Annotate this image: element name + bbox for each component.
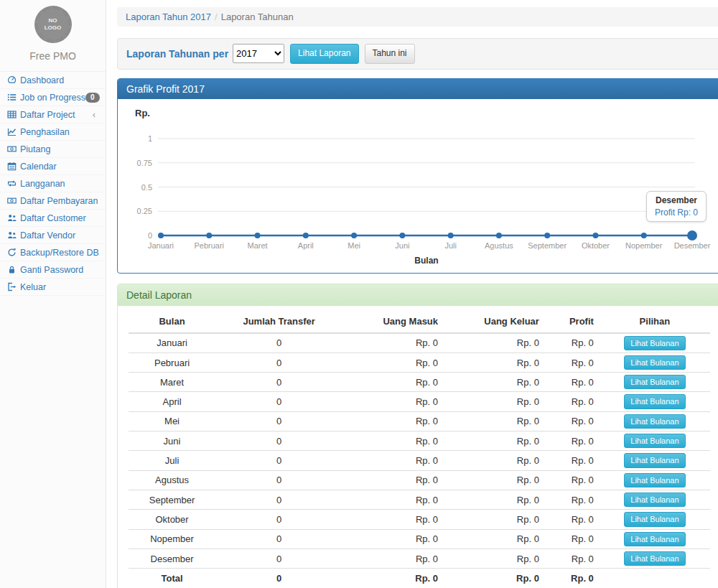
app-window: NO LOGO Free PMO DashboardJob on Progres…	[0, 0, 718, 588]
no-logo-placeholder: NO LOGO	[34, 6, 72, 43]
breadcrumb-link[interactable]: Laporan Tahun 2017	[126, 11, 211, 22]
cell-pilihan: Lihat Bulanan	[600, 490, 710, 509]
sidebar-item-label: Keluar	[20, 282, 46, 292]
sidebar-item-ganti-password[interactable]: Ganti Password	[0, 261, 106, 279]
cell-jumlah_transfer: 0	[215, 490, 342, 509]
cell-uang_masuk: Rp. 0	[342, 353, 444, 372]
sidebar-item-daftar-vendor[interactable]: Daftar Vendor	[0, 227, 106, 244]
chart-body: Rp.00.250.50.751JanuariPebruariMaretApri…	[118, 99, 718, 273]
view-monthly-button-juni[interactable]: Lihat Bulanan	[624, 434, 685, 448]
table-row-september: September0Rp. 0Rp. 0Rp. 0Lihat Bulanan	[129, 490, 710, 509]
table-row-agustus: Agustus0Rp. 0Rp. 0Rp. 0Lihat Bulanan	[129, 470, 710, 490]
sidebar-item-penghasilan[interactable]: Penghasilan	[0, 123, 106, 141]
this-year-button[interactable]: Tahun ini	[365, 44, 415, 64]
sidebar-item-calendar[interactable]: Calendar	[0, 158, 106, 175]
cell-uang_keluar: Rp. 0	[444, 569, 545, 587]
cell-profit: Rp. 0	[545, 353, 600, 372]
cell-uang_keluar: Rp. 0	[444, 529, 545, 549]
cell-pilihan: Lihat Bulanan	[600, 451, 710, 470]
cell-jumlah_transfer: 0	[215, 373, 342, 392]
cell-uang_keluar: Rp. 0	[444, 431, 545, 451]
sidebar-item-label: Daftar Pembayaran	[20, 196, 98, 206]
count-badge: 0	[85, 93, 100, 103]
table-row-maret: Maret0Rp. 0Rp. 0Rp. 0Lihat Bulanan	[129, 373, 710, 392]
cell-profit: Rp. 0	[545, 392, 600, 411]
table-row-januari: Januari0Rp. 0Rp. 0Rp. 0Lihat Bulanan	[129, 333, 710, 353]
cell-profit: Rp. 0	[545, 569, 600, 587]
view-monthly-button-oktober[interactable]: Lihat Bulanan	[624, 512, 685, 526]
svg-text:Oktober: Oktober	[582, 241, 610, 250]
view-report-button[interactable]: Lihat Laporan	[290, 44, 358, 64]
cell-profit: Rp. 0	[545, 529, 600, 549]
cell-uang_masuk: Rp. 0	[342, 490, 444, 509]
sidebar-item-langganan[interactable]: Langganan	[0, 175, 106, 192]
cell-bulan: Desember	[129, 549, 215, 568]
cell-pilihan: Lihat Bulanan	[600, 549, 710, 568]
table-row-juni: Juni0Rp. 0Rp. 0Rp. 0Lihat Bulanan	[129, 431, 710, 451]
logo-line2: LOGO	[45, 24, 62, 32]
table-row-oktober: Oktober0Rp. 0Rp. 0Rp. 0Lihat Bulanan	[129, 510, 710, 529]
view-monthly-button-nopember[interactable]: Lihat Bulanan	[624, 532, 685, 546]
sidebar-item-daftar-project[interactable]: Daftar Project‹	[0, 106, 106, 123]
users-icon	[6, 213, 17, 223]
sidebar-item-backup-restore-db[interactable]: Backup/Restore DB	[0, 244, 106, 261]
sidebar-item-label: Penghasilan	[20, 127, 70, 137]
svg-text:0.75: 0.75	[137, 158, 152, 167]
tooltip-month: Desember	[655, 195, 698, 205]
breadcrumb-current: Laporan Tahunan	[221, 11, 294, 22]
table-row-mei: Mei0Rp. 0Rp. 0Rp. 0Lihat Bulanan	[129, 411, 710, 431]
view-monthly-button-juli[interactable]: Lihat Bulanan	[624, 453, 685, 467]
cell-profit: Rp. 0	[545, 549, 600, 568]
sidebar-item-daftar-pembayaran[interactable]: Daftar Pembayaran	[0, 192, 106, 210]
view-monthly-button-september[interactable]: Lihat Bulanan	[624, 493, 685, 507]
cell-bulan: Nopember	[129, 529, 215, 549]
year-select[interactable]: 2017	[233, 44, 284, 63]
detail-table: BulanJumlah TransferUang MasukUang Kelua…	[129, 310, 710, 587]
view-monthly-button-agustus[interactable]: Lihat Bulanan	[624, 473, 685, 487]
refresh-icon	[6, 248, 17, 257]
table-row-desember: Desember0Rp. 0Rp. 0Rp. 0Lihat Bulanan	[129, 549, 710, 568]
year-filter-bar: Laporan Tahunan per 2017 Lihat Laporan T…	[117, 38, 718, 70]
cell-uang_masuk: Rp. 0	[342, 451, 444, 470]
table-row-juli: Juli0Rp. 0Rp. 0Rp. 0Lihat Bulanan	[129, 451, 710, 470]
cell-uang_masuk: Rp. 0	[342, 569, 444, 587]
profit-chart-panel: Grafik Profit 2017 Rp.00.250.50.751Janua…	[117, 78, 718, 274]
detail-panel-title: Detail Laporan	[118, 284, 718, 306]
chevron-left-icon: ‹	[93, 110, 95, 119]
sidebar-item-label: Backup/Restore DB	[20, 248, 99, 258]
sidebar-item-label: Daftar Project	[20, 110, 75, 120]
cell-uang_keluar: Rp. 0	[444, 411, 545, 431]
view-monthly-button-desember[interactable]: Lihat Bulanan	[624, 551, 685, 566]
view-monthly-button-maret[interactable]: Lihat Bulanan	[624, 375, 685, 389]
sidebar-item-piutang[interactable]: Piutang	[0, 141, 106, 158]
svg-text:September: September	[528, 241, 567, 250]
view-monthly-button-januari[interactable]: Lihat Bulanan	[624, 336, 685, 350]
brand-name: Free PMO	[0, 43, 106, 71]
profit-line-chart[interactable]: Rp.00.250.50.751JanuariPebruariMaretApri…	[125, 105, 714, 269]
filter-label: Laporan Tahunan per	[126, 48, 228, 60]
cell-bulan: Mei	[129, 411, 215, 431]
tooltip-value: Profit Rp: 0	[655, 207, 698, 218]
cell-jumlah_transfer: 0	[215, 411, 342, 431]
svg-text:Mei: Mei	[348, 241, 360, 250]
view-monthly-button-pebruari[interactable]: Lihat Bulanan	[624, 355, 685, 370]
view-monthly-button-april[interactable]: Lihat Bulanan	[624, 394, 685, 409]
sidebar-item-dashboard[interactable]: Dashboard	[0, 72, 106, 89]
cell-bulan: Pebruari	[129, 353, 215, 372]
cell-bulan: Total	[129, 569, 215, 587]
cell-uang_masuk: Rp. 0	[342, 373, 444, 392]
cell-uang_keluar: Rp. 0	[444, 549, 545, 568]
view-monthly-button-mei[interactable]: Lihat Bulanan	[624, 414, 685, 429]
dashboard-icon	[6, 75, 17, 85]
sidebar-item-label: Ganti Password	[20, 265, 83, 275]
cell-jumlah_transfer: 0	[215, 333, 342, 353]
sidebar-item-label: Daftar Customer	[20, 213, 86, 223]
cell-profit: Rp. 0	[545, 411, 600, 431]
sidebar-item-keluar[interactable]: Keluar	[0, 279, 106, 296]
svg-text:Maret: Maret	[247, 241, 267, 250]
sidebar-item-daftar-customer[interactable]: Daftar Customer	[0, 210, 106, 227]
sidebar-item-job-on-progress[interactable]: Job on Progress0	[0, 89, 106, 106]
money-icon	[6, 144, 17, 154]
table-icon	[6, 110, 17, 119]
cell-jumlah_transfer: 0	[215, 510, 342, 529]
